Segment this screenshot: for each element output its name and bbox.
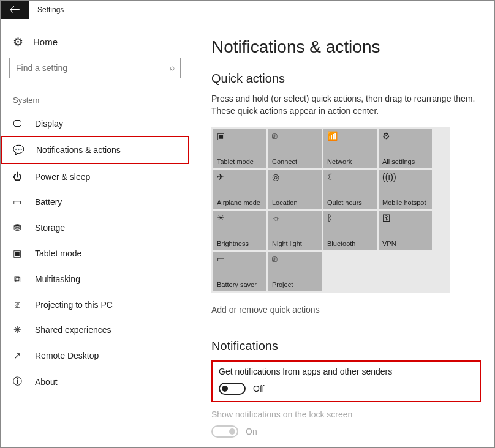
display-icon: 🖵 [12, 118, 23, 129]
lock-screen-notifications-label: Show notifications on the lock screen [211, 409, 481, 419]
tile-vpn[interactable]: ⚿VPN [379, 211, 432, 250]
nav-tablet-mode[interactable]: ▣ Tablet mode [1, 241, 189, 266]
tile-label: Mobile hotspot [382, 199, 428, 206]
nav-about[interactable]: ⓘ About [1, 368, 189, 395]
page-heading: Notifications & actions [211, 37, 481, 57]
nav-label: Tablet mode [35, 248, 81, 258]
battery-saver-icon: ▭ [217, 254, 263, 264]
tile-location[interactable]: ◎Location [268, 170, 322, 209]
search-input[interactable] [9, 58, 181, 78]
tile-quiet-hours[interactable]: ☾Quiet hours [323, 170, 377, 209]
quick-actions-grid: ▣Tablet mode ⎚Connect 📶Network ⚙All sett… [211, 127, 450, 293]
nav-power-sleep[interactable]: ⏻ Power & sleep [1, 164, 189, 189]
remote-icon: ↗ [12, 350, 23, 361]
home-nav[interactable]: ⚙ Home [1, 31, 189, 58]
nav-label: Shared experiences [35, 325, 111, 335]
info-icon: ⓘ [12, 376, 23, 387]
nav-multitasking[interactable]: ⧉ Multitasking [1, 266, 189, 292]
get-notifications-label: Get notifications from apps and other se… [219, 367, 474, 376]
tablet-mode-icon: ▣ [217, 131, 263, 141]
tile-label: Battery saver [217, 281, 263, 288]
sidebar: ⚙ Home ⌕ System 🖵 Display 💬 Notification… [1, 19, 189, 447]
add-remove-quick-actions-link[interactable]: Add or remove quick actions [211, 305, 481, 315]
nav-label: Remote Desktop [35, 351, 99, 360]
tile-project[interactable]: ⎚Project [268, 252, 322, 291]
tile-battery-saver[interactable]: ▭Battery saver [213, 252, 266, 291]
tile-all-settings[interactable]: ⚙All settings [379, 129, 432, 168]
lock-screen-notifications-block: Show notifications on the lock screen On [211, 409, 481, 438]
tile-label: Airplane mode [217, 199, 263, 206]
power-icon: ⏻ [12, 171, 23, 182]
message-icon: 💬 [13, 144, 24, 155]
tile-label: VPN [382, 240, 428, 247]
moon-icon: ☾ [327, 172, 373, 182]
bluetooth-icon: ᛒ [327, 213, 373, 223]
battery-icon: ▭ [12, 196, 23, 207]
gear-icon: ⚙ [382, 131, 428, 141]
toggle-state-text: On [246, 427, 257, 436]
titlebar: 🡠 Settings [1, 1, 494, 19]
nav-label: Notifications & actions [36, 145, 121, 155]
nav-notifications-actions[interactable]: 💬 Notifications & actions [1, 136, 189, 164]
toggle-knob [222, 386, 228, 392]
vpn-icon: ⚿ [382, 213, 428, 223]
lock-screen-toggle-row: On [211, 425, 481, 438]
airplane-icon: ✈ [217, 172, 263, 182]
quick-actions-hint: Press and hold (or select) quick actions… [211, 93, 481, 117]
share-icon: ✳ [12, 324, 23, 335]
arrow-left-icon: 🡠 [9, 4, 20, 17]
get-notifications-block: Get notifications from apps and other se… [211, 360, 481, 402]
nav-label: About [35, 377, 58, 387]
multitasking-icon: ⧉ [12, 274, 23, 285]
nav-battery[interactable]: ▭ Battery [1, 189, 189, 215]
toggle-knob [229, 428, 235, 435]
hotspot-icon: ((ı)) [382, 172, 428, 182]
back-button[interactable]: 🡠 [1, 1, 29, 19]
notifications-heading: Notifications [211, 339, 481, 353]
tile-label: All settings [382, 158, 428, 165]
tile-network[interactable]: 📶Network [323, 129, 377, 168]
tile-label: Night light [272, 240, 318, 247]
nav-label: Multitasking [35, 274, 80, 284]
tile-label: Project [272, 281, 318, 288]
nav-label: Projecting to this PC [35, 300, 113, 310]
main-panel: Notifications & actions Quick actions Pr… [189, 19, 494, 447]
tile-label: Tablet mode [217, 158, 263, 165]
connect-icon: ⎚ [272, 131, 318, 141]
home-label: Home [33, 37, 58, 47]
tile-tablet-mode[interactable]: ▣Tablet mode [213, 129, 266, 168]
network-icon: 📶 [327, 131, 373, 141]
projecting-icon: ⎚ [12, 299, 23, 310]
tile-bluetooth[interactable]: ᛒBluetooth [323, 211, 377, 250]
tile-label: Location [272, 199, 318, 206]
tile-label: Bluetooth [327, 240, 373, 247]
brightness-icon: ☀ [217, 213, 263, 223]
nav-label: Storage [35, 223, 65, 233]
tile-connect[interactable]: ⎚Connect [268, 129, 322, 168]
tile-night-light[interactable]: ☼Night light [268, 211, 322, 250]
tablet-icon: ▣ [12, 248, 23, 259]
nav-label: Power & sleep [35, 172, 90, 182]
tile-label: Network [327, 158, 373, 165]
section-label: System [1, 95, 189, 111]
nav-projecting[interactable]: ⎚ Projecting to this PC [1, 292, 189, 317]
nav-label: Battery [35, 197, 62, 207]
nav-storage[interactable]: ⛃ Storage [1, 215, 189, 241]
search-icon: ⌕ [170, 62, 175, 72]
tile-label: Quiet hours [327, 199, 373, 206]
get-notifications-toggle[interactable] [219, 383, 246, 395]
get-notifications-toggle-row: Off [219, 383, 474, 395]
nav-label: Display [35, 119, 63, 129]
tile-mobile-hotspot[interactable]: ((ı))Mobile hotspot [379, 170, 432, 209]
location-icon: ◎ [272, 172, 318, 182]
search-wrap: ⌕ [9, 58, 181, 78]
nav-remote-desktop[interactable]: ↗ Remote Desktop [1, 343, 189, 368]
tile-label: Connect [272, 158, 318, 165]
nav-display[interactable]: 🖵 Display [1, 111, 189, 136]
nav-shared-experiences[interactable]: ✳ Shared experiences [1, 317, 189, 343]
window-title: Settings [29, 1, 64, 19]
toggle-state-text: Off [253, 384, 264, 394]
tile-airplane-mode[interactable]: ✈Airplane mode [213, 170, 266, 209]
tile-brightness[interactable]: ☀Brightness [213, 211, 266, 250]
project-icon: ⎚ [272, 254, 318, 264]
